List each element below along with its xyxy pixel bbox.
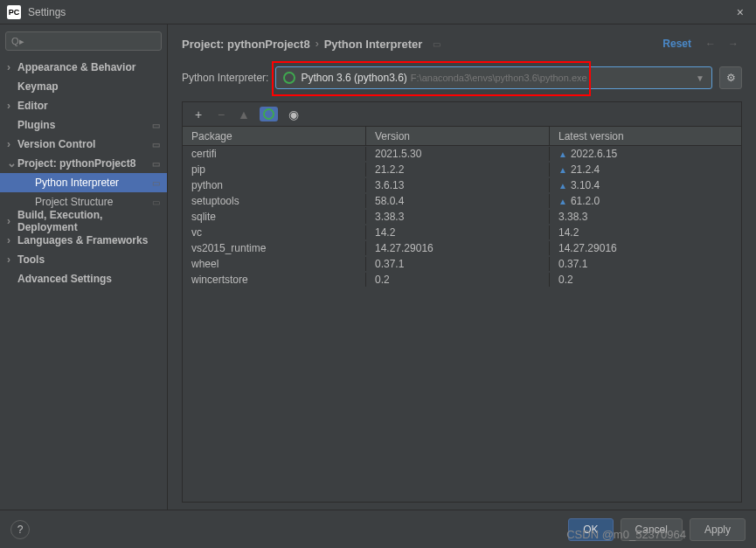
sidebar-item-python-interpreter[interactable]: Python Interpreter▭	[0, 173, 167, 192]
pkg-name: python	[183, 178, 366, 192]
upgrade-icon: ▲	[558, 197, 567, 206]
table-row[interactable]: certifi2021.5.30▲2022.6.15	[183, 146, 741, 162]
table-row[interactable]: wheel0.37.10.37.1	[183, 256, 741, 272]
breadcrumb-project: Project: pythonProject8	[182, 38, 310, 51]
interpreter-select[interactable]: Python 3.6 (python3.6) F:\anaconda3\envs…	[275, 66, 712, 89]
sidebar-item-label: Project: pythonProject8	[17, 157, 152, 170]
col-package[interactable]: Package	[183, 127, 366, 145]
apply-button[interactable]: Apply	[690, 518, 746, 541]
pkg-version: 0.37.1	[366, 257, 550, 271]
conda-toggle-button[interactable]	[260, 107, 278, 121]
interpreter-name: Python 3.6 (python3.6)	[301, 72, 406, 84]
sidebar-item-label: Version Control	[17, 138, 152, 150]
project-scope-icon: ▭	[433, 39, 440, 49]
nav-back-icon[interactable]: ←	[702, 38, 719, 50]
sidebar-item-editor[interactable]: Editor	[0, 96, 167, 115]
pkg-version: 0.2	[366, 273, 550, 287]
table-row[interactable]: wincertstore0.20.2	[183, 272, 741, 288]
remove-package-button[interactable]: −	[214, 108, 228, 121]
pkg-version: 14.27.29016	[366, 241, 550, 255]
breadcrumb-page: Python Interpreter	[324, 38, 423, 51]
table-row[interactable]: sqlite3.38.33.38.3	[183, 209, 741, 225]
sidebar-item-label: Editor	[17, 100, 160, 112]
interpreter-path: F:\anaconda3\envs\python3.6\python.exe	[411, 73, 587, 83]
packages-toolbar: + − ▲ ◉	[183, 102, 741, 127]
help-button[interactable]: ?	[10, 520, 30, 539]
pkg-latest: 0.37.1	[550, 257, 741, 271]
chevron-down-icon: ▼	[696, 73, 704, 83]
table-row[interactable]: python3.6.13▲3.10.4	[183, 177, 741, 193]
sidebar-item-label: Tools	[17, 253, 160, 266]
app-logo: PC	[7, 5, 21, 19]
project-scope-icon: ▭	[152, 140, 160, 149]
pkg-name: wincertstore	[183, 273, 366, 287]
breadcrumb: Project: pythonProject8 › Python Interpr…	[182, 33, 742, 54]
col-latest[interactable]: Latest version	[550, 127, 741, 145]
sidebar-item-advanced-settings[interactable]: Advanced Settings	[0, 269, 167, 288]
title-bar: PC Settings ×	[0, 0, 756, 24]
pkg-version: 2021.5.30	[366, 147, 550, 161]
col-version[interactable]: Version	[366, 127, 550, 145]
sidebar-item-build-execution-deployment[interactable]: Build, Execution, Deployment	[0, 212, 167, 231]
window-title: Settings	[28, 6, 66, 18]
sidebar-item-languages-frameworks[interactable]: Languages & Frameworks	[0, 231, 167, 250]
sidebar-item-tools[interactable]: Tools	[0, 250, 167, 269]
pkg-name: wheel	[183, 257, 366, 271]
upgrade-icon: ▲	[558, 165, 567, 175]
project-scope-icon: ▭	[152, 178, 160, 188]
show-early-releases-button[interactable]: ◉	[287, 108, 301, 121]
packages-body: certifi2021.5.30▲2022.6.15pip21.2.2▲21.2…	[183, 146, 741, 502]
pkg-name: vs2015_runtime	[183, 241, 366, 255]
pkg-name: vc	[183, 225, 366, 239]
pkg-latest: 14.2	[550, 225, 741, 239]
python-icon	[283, 72, 295, 84]
packages-panel: + − ▲ ◉ Package Version Latest version c…	[182, 101, 742, 503]
pkg-version: 58.0.4	[366, 194, 550, 208]
upgrade-package-button[interactable]: ▲	[237, 108, 251, 121]
project-scope-icon: ▭	[152, 121, 160, 130]
pkg-latest: ▲3.10.4	[550, 178, 741, 192]
pkg-name: sqlite	[183, 210, 366, 224]
table-row[interactable]: setuptools58.0.4▲61.2.0	[183, 193, 741, 209]
gear-icon[interactable]: ⚙	[719, 66, 742, 89]
sidebar-item-label: Project Structure	[35, 196, 152, 208]
search-input[interactable]: Q▸	[5, 31, 162, 51]
pkg-latest: 14.27.29016	[550, 241, 741, 255]
upgrade-icon: ▲	[558, 181, 567, 191]
sidebar-item-version-control[interactable]: Version Control▭	[0, 135, 167, 154]
pkg-name: setuptools	[183, 194, 366, 208]
pkg-latest: ▲21.2.4	[550, 163, 741, 177]
reset-link[interactable]: Reset	[662, 38, 691, 50]
ring-icon	[263, 108, 274, 120]
pkg-latest: 3.38.3	[550, 210, 741, 224]
bottom-bar: ? OK Cancel Apply	[0, 510, 756, 548]
sidebar-item-label: Appearance & Behavior	[17, 61, 160, 73]
pkg-version: 21.2.2	[366, 163, 550, 177]
table-row[interactable]: pip21.2.2▲21.2.4	[183, 162, 741, 177]
table-row[interactable]: vc14.214.2	[183, 225, 741, 240]
nav-forward-icon[interactable]: →	[725, 38, 742, 50]
ok-button[interactable]: OK	[568, 518, 613, 541]
packages-header: Package Version Latest version	[183, 127, 741, 146]
sidebar-item-label: Languages & Frameworks	[17, 234, 160, 246]
cancel-button[interactable]: Cancel	[621, 518, 683, 541]
content-panel: Project: pythonProject8 › Python Interpr…	[168, 24, 756, 510]
pkg-version: 3.6.13	[366, 178, 550, 192]
upgrade-icon: ▲	[558, 149, 567, 159]
sidebar-item-keymap[interactable]: Keymap	[0, 77, 167, 96]
sidebar-item-plugins[interactable]: Plugins▭	[0, 115, 167, 135]
sidebar-item-label: Advanced Settings	[17, 273, 160, 285]
pkg-version: 3.38.3	[366, 210, 550, 224]
sidebar-item-label: Keymap	[17, 80, 160, 93]
sidebar-item-appearance-behavior[interactable]: Appearance & Behavior	[0, 58, 167, 77]
table-row[interactable]: vs2015_runtime14.27.2901614.27.29016	[183, 240, 741, 256]
sidebar-item-project-pythonproject8[interactable]: Project: pythonProject8▭	[0, 154, 167, 173]
sidebar: Q▸ Appearance & BehaviorKeymapEditorPlug…	[0, 24, 168, 510]
interpreter-label: Python Interpreter:	[182, 72, 268, 84]
sidebar-item-label: Build, Execution, Deployment	[17, 209, 160, 233]
pkg-name: pip	[183, 163, 366, 177]
close-icon[interactable]: ×	[732, 5, 749, 19]
add-package-button[interactable]: +	[191, 108, 205, 121]
chevron-right-icon: ›	[316, 38, 319, 50]
pkg-latest: 0.2	[550, 273, 741, 287]
